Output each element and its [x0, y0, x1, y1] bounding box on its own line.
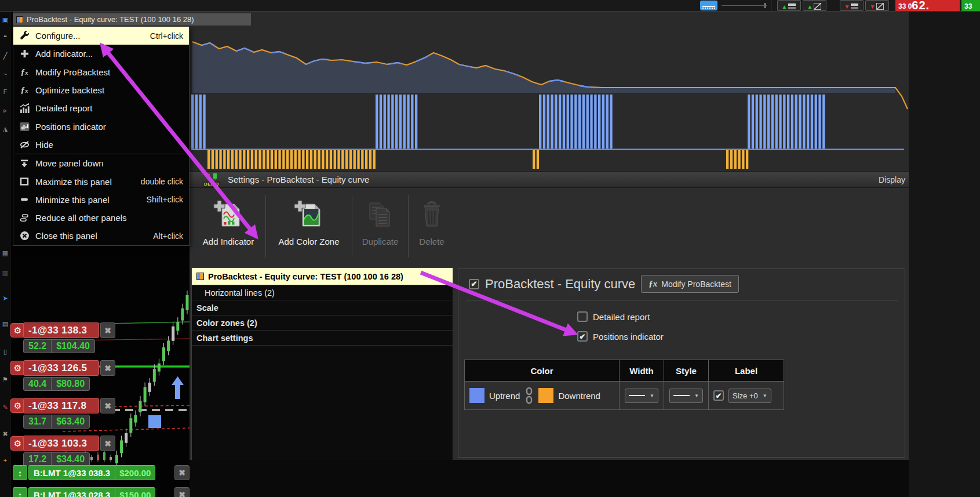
indicator-enabled-checkbox[interactable]: ✔: [469, 279, 479, 289]
drawing-toolbar: ▣❝╱~F▹◮▦▥➤▤▯⚑✎✖+: [0, 12, 10, 497]
menu-item-minimize-panel[interactable]: Minimize this panelShift+click: [13, 191, 189, 209]
detail-title: ProBacktest - Equity curve: [485, 277, 635, 292]
checkbox[interactable]: ✔: [577, 331, 588, 342]
wrench-icon: [13, 31, 35, 41]
label-checkbox[interactable]: ✔: [713, 390, 724, 401]
toolbar-button-label: Add Color Zone: [278, 237, 339, 246]
order-row[interactable]: B:LMT 1@33 038.3$200.00: [28, 465, 155, 480]
position-entry-badge[interactable]: -1@33 103.3: [23, 436, 99, 451]
uptrend-color-swatch[interactable]: [469, 388, 484, 403]
blue-arrow-tool-icon[interactable]: ➤: [1, 295, 10, 302]
close-circle-icon: [13, 231, 35, 241]
tree-item-2[interactable]: Scale: [192, 300, 453, 315]
tree-item-0[interactable]: ProBacktest - Equity curve: TEST (100 10…: [192, 268, 453, 285]
downtrend-color-swatch[interactable]: [538, 388, 553, 403]
position-close-button[interactable]: ✖: [100, 436, 115, 451]
slider-track[interactable]: [722, 5, 767, 6]
position-close-button[interactable]: ✖: [100, 360, 115, 376]
tree-item-label: Chart settings: [196, 333, 253, 343]
menu-item-modify-probacktest[interactable]: ƒxModify ProBacktest: [13, 63, 189, 81]
position-gain-badge: 17.2$34.40: [23, 452, 90, 466]
downtrend-bars: [207, 150, 748, 169]
menu-item-shortcut: Shift+click: [147, 195, 189, 204]
width-select[interactable]: ▼: [625, 389, 658, 403]
buy-limit-button[interactable]: ▲: [803, 0, 826, 11]
menu-item-optimize-backtest[interactable]: ƒxOptimize backtest: [13, 81, 189, 99]
slider-handle[interactable]: [764, 3, 766, 8]
menu-item-detailed-report[interactable]: Detailed report: [13, 99, 189, 117]
erase-tool-icon[interactable]: ✖: [1, 430, 10, 437]
fibonacci-tool-icon[interactable]: F: [1, 88, 10, 95]
modify-probacktest-button[interactable]: ƒx Modify ProBacktest: [641, 275, 739, 293]
arrow-tool-icon[interactable]: ▹: [1, 107, 10, 114]
column-header-width: Width: [620, 360, 664, 382]
settings-header[interactable]: DEMO Settings - ProBacktest - Equity cur…: [190, 172, 909, 188]
gain-points: 52.2: [24, 341, 51, 351]
grid-tool-icon[interactable]: ▦: [1, 249, 10, 256]
menu-item-hide[interactable]: Hide: [13, 136, 189, 154]
pencil-tool-icon[interactable]: ✎: [1, 404, 10, 411]
document-tool-icon[interactable]: ▤: [1, 320, 10, 327]
menu-item-maximize-panel[interactable]: Maximize this paneldouble click: [13, 172, 189, 190]
checkbox[interactable]: [577, 311, 588, 322]
tree-item-1[interactable]: Horizontal lines (2): [192, 285, 453, 300]
quote-tool-icon[interactable]: ❝: [1, 34, 10, 41]
updown-arrow-icon[interactable]: ↕: [13, 465, 27, 480]
position-entry-badge[interactable]: -1@33 117.8: [23, 398, 99, 413]
updown-arrow-icon[interactable]: ↕: [13, 487, 27, 497]
order-close-button[interactable]: ✖: [174, 487, 190, 497]
buy-price-button[interactable]: 33: [961, 0, 980, 11]
tree-item-4[interactable]: Chart settings: [192, 331, 453, 346]
toolbar-add-indicator-button[interactable]: Add Indicator: [191, 189, 265, 263]
option-detailed-report[interactable]: Detailed report: [577, 310, 664, 324]
fx-icon: ƒx: [649, 279, 657, 289]
list-tool-icon[interactable]: ▥: [1, 269, 10, 276]
indicator-flag-icon: [196, 273, 204, 280]
price-small-digits: 33 0: [898, 3, 912, 10]
order-row[interactable]: B:LMT 1@33 028.3$150.00: [28, 487, 155, 497]
keyboard-icon[interactable]: [700, 1, 717, 10]
position-entry-badge[interactable]: -1@33 126.5: [23, 360, 99, 376]
menu-item-move-panel-down[interactable]: Move panel down: [13, 154, 189, 172]
position-close-button[interactable]: ✖: [100, 398, 115, 413]
sell-limit-button[interactable]: ▼: [865, 0, 889, 11]
position-gain-badge: 52.2$104.40: [23, 339, 95, 353]
menu-item-positions-indicator[interactable]: Positions indicator: [13, 117, 189, 135]
uptrend-label: Uptrend: [489, 391, 520, 401]
panel-titlebar[interactable]: ProBacktest - Equity curve: TEST (100 10…: [13, 13, 251, 26]
pattern-tool-icon[interactable]: ◮: [1, 125, 10, 132]
menu-item-close-panel[interactable]: Close this panelAlt+click: [13, 227, 189, 245]
display-menu[interactable]: Display: [879, 175, 905, 184]
divider: [771, 0, 771, 11]
menu-item-label: Configure...: [35, 31, 81, 41]
add-marker-tool-icon[interactable]: +: [1, 457, 10, 464]
bookmark-tool-icon[interactable]: ▯: [1, 348, 10, 355]
tree-item-3[interactable]: Color zones (2): [192, 315, 453, 331]
sell-stop-button[interactable]: ▼: [840, 0, 864, 11]
option-positions-indicator[interactable]: ✔Positions indicator: [577, 329, 664, 343]
buy-stop-button[interactable]: ▲: [777, 0, 801, 11]
up-arrow-icon: ▲: [807, 3, 813, 10]
position-close-button[interactable]: ✖: [100, 322, 115, 338]
menu-item-configure[interactable]: Configure...Ctrl+click: [13, 27, 189, 45]
label-size-select[interactable]: Size +0 ▼: [728, 389, 771, 403]
order-label: B:LMT 1@33 028.3: [29, 490, 115, 497]
table-row: Uptrend Downtrend: [465, 382, 784, 410]
menu-item-reduce-panels[interactable]: Reduce all other panels: [13, 209, 189, 227]
add-color-zone-icon: [293, 199, 325, 233]
menu-item-shortcut: double click: [141, 177, 189, 186]
sell-price-button[interactable]: 33 0 62.: [895, 0, 960, 11]
chart-type-icon[interactable]: ▣: [1, 16, 10, 23]
position-entry-badge[interactable]: -1@33 138.3: [23, 322, 99, 338]
link-colors-icon[interactable]: [524, 387, 534, 404]
menu-item-label: Positions indicator: [35, 122, 106, 132]
trendline-tool-icon[interactable]: ╱: [1, 52, 10, 59]
style-select[interactable]: ▼: [669, 389, 703, 403]
menu-item-add-indicator[interactable]: Add indicator...: [13, 45, 189, 63]
order-close-button[interactable]: ✖: [174, 465, 190, 480]
plus-icon: [13, 49, 35, 58]
wave-tool-icon[interactable]: ~: [1, 71, 10, 78]
flag-tool-icon[interactable]: ⚑: [1, 376, 10, 383]
settings-window: DEMO Settings - ProBacktest - Equity cur…: [190, 171, 909, 460]
toolbar-add-color-zone-button[interactable]: Add Color Zone: [266, 189, 352, 263]
